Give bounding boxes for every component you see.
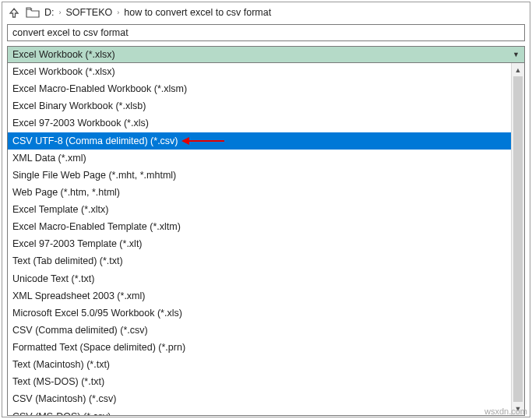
filetype-option[interactable]: Excel Workbook (*.xlsx) — [8, 63, 511, 80]
filetype-option[interactable]: Excel 97-2003 Template (*.xlt) — [8, 235, 511, 252]
filetype-option[interactable]: XML Spreadsheet 2003 (*.xml) — [8, 287, 511, 305]
folder-icon — [26, 5, 40, 19]
filetype-option[interactable]: CSV (Macintosh) (*.csv) — [8, 390, 511, 407]
filetype-option[interactable]: CSV (MS-DOS) (*.csv) — [8, 408, 511, 416]
filetype-option[interactable]: CSV UTF-8 (Comma delimited) (*.csv) — [8, 132, 511, 150]
chevron-down-icon: ▼ — [513, 51, 520, 58]
arrow-annotation-icon — [181, 136, 224, 146]
filetype-option[interactable]: Web Page (*.htm, *.html) — [8, 184, 511, 201]
filetype-option[interactable]: Excel Binary Workbook (*.xlsb) — [8, 97, 511, 114]
scroll-thumb[interactable] — [513, 76, 523, 402]
breadcrumb-drive[interactable]: D: — [44, 7, 55, 18]
filetype-option[interactable]: Text (MS-DOS) (*.txt) — [8, 373, 511, 390]
filetype-dropdown[interactable]: Excel Workbook (*.xlsx) ▼ — [7, 46, 525, 63]
filetype-option[interactable]: Microsoft Excel 5.0/95 Workbook (*.xls) — [8, 305, 511, 322]
scroll-up-button[interactable]: ▲ — [512, 63, 524, 76]
filename-value: convert excel to csv format — [12, 27, 129, 38]
filetype-option[interactable]: Single File Web Page (*.mht, *.mhtml) — [8, 167, 511, 184]
breadcrumb-folder-1[interactable]: SOFTEKO — [66, 7, 113, 18]
svg-marker-1 — [181, 137, 189, 145]
breadcrumb[interactable]: D: › SOFTEKO › how to convert excel to c… — [44, 7, 271, 18]
filename-input[interactable]: convert excel to csv format — [7, 24, 525, 41]
breadcrumb-bar: D: › SOFTEKO › how to convert excel to c… — [2, 2, 530, 24]
scroll-track[interactable] — [512, 76, 524, 402]
chevron-right-icon: › — [59, 9, 62, 16]
filetype-option[interactable]: Excel 97-2003 Workbook (*.xls) — [8, 114, 511, 132]
filetype-selected: Excel Workbook (*.xlsx) — [12, 49, 115, 60]
filetype-option[interactable]: Text (Tab delimited) (*.txt) — [8, 252, 511, 269]
up-arrow-icon[interactable] — [7, 5, 21, 19]
filetype-option[interactable]: Formatted Text (Space delimited) (*.prn) — [8, 339, 511, 356]
filetype-option[interactable]: Excel Template (*.xltx) — [8, 201, 511, 218]
scrollbar[interactable]: ▲ ▼ — [511, 63, 524, 415]
filetype-option[interactable]: Excel Macro-Enabled Template (*.xltm) — [8, 218, 511, 235]
filetype-option[interactable]: XML Data (*.xml) — [8, 150, 511, 167]
chevron-right-icon: › — [117, 9, 119, 16]
filetype-option[interactable]: Excel Macro-Enabled Workbook (*.xlsm) — [8, 80, 511, 97]
filetype-option[interactable]: Unicode Text (*.txt) — [8, 270, 511, 287]
scroll-down-button[interactable]: ▼ — [512, 402, 524, 415]
breadcrumb-folder-2[interactable]: how to convert excel to csv format — [124, 7, 271, 18]
filetype-option[interactable]: Text (Macintosh) (*.txt) — [8, 356, 511, 373]
filetype-dropdown-list: Excel Workbook (*.xlsx)Excel Macro-Enabl… — [7, 63, 525, 416]
filetype-option[interactable]: CSV (Comma delimited) (*.csv) — [8, 322, 511, 339]
